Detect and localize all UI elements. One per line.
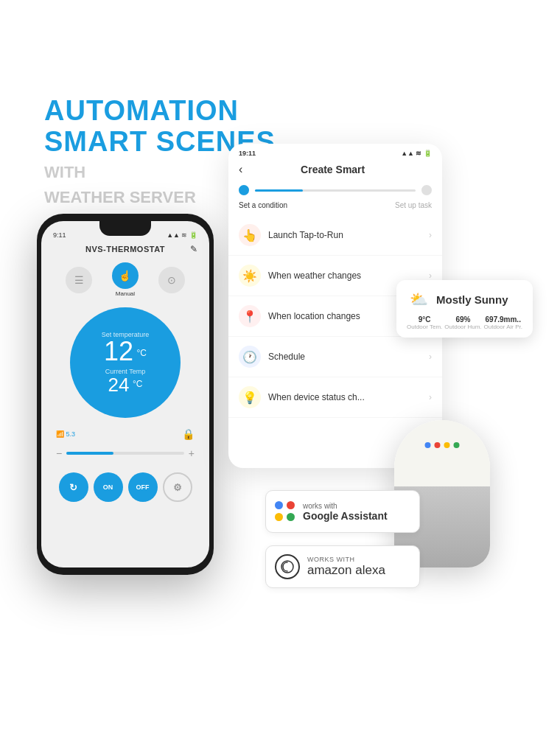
menu-text-1: When weather changes	[268, 270, 429, 281]
phone-title-bar: NVS-THERMOSTAT ✎	[41, 242, 209, 256]
edit-icon[interactable]: ✎	[190, 244, 197, 254]
dot-yellow	[275, 513, 283, 521]
mode-manual-icon[interactable]: ☝	[112, 262, 139, 289]
weather-stat-0: 9°C Outdoor Tem.	[407, 315, 442, 330]
settings-button[interactable]: ⚙	[163, 472, 192, 502]
lock-icon: 🔒	[182, 428, 195, 440]
dot-blue	[275, 501, 283, 509]
app-progress-bar	[228, 181, 442, 200]
mode-list-icon: ☰	[66, 267, 92, 293]
progress-line	[255, 189, 416, 192]
weather-card: ⛅ Mostly Sunny 9°C Outdoor Tem. 69% Outd…	[396, 280, 533, 338]
weather-stats: 9°C Outdoor Tem. 69% Outdoor Hum. 697.9m…	[407, 315, 522, 330]
headline-line1: AUTOMATION	[44, 96, 276, 127]
mode-list: ☰	[66, 267, 92, 293]
phone-frame: 9:11 ▲▲ ≋ 🔋 NVS-THERMOSTAT ✎ ☰ ☝ Manual …	[37, 214, 214, 575]
app-title: Create Smart	[248, 164, 432, 175]
phone-title: NVS-THERMOSTAT	[85, 245, 165, 254]
slider-minus[interactable]: −	[56, 447, 62, 459]
phone-slider-row: − +	[41, 443, 209, 464]
app-time: 19:11	[239, 150, 256, 157]
weather-stat-value-0: 9°C	[407, 315, 442, 324]
weather-stat-label-2: Outdoor Air Pr.	[484, 324, 522, 330]
google-badge-text: works with Google Assistant	[303, 502, 388, 522]
dot-red	[287, 501, 295, 509]
set-temp-label: Set temperature	[102, 331, 150, 338]
phone-wrapper: 9:11 ▲▲ ≋ 🔋 NVS-THERMOSTAT ✎ ☰ ☝ Manual …	[37, 214, 214, 575]
current-temp-value: 24	[108, 374, 130, 396]
current-temp-unit: °C	[133, 379, 142, 389]
set-temp-value-row: 12 °C	[104, 338, 147, 365]
google-dots	[275, 501, 295, 522]
mode-extra: ⊙	[158, 267, 185, 293]
set-temp-unit: °C	[137, 348, 147, 358]
phone-time: 9:11	[53, 231, 66, 239]
gh-dot-blue	[425, 442, 431, 448]
on-button[interactable]: ON	[94, 472, 123, 502]
slider-plus[interactable]: +	[189, 447, 195, 459]
weather-stat-label-0: Outdoor Tem.	[407, 324, 442, 330]
menu-item-3[interactable]: 🕐 Schedule ›	[228, 337, 442, 377]
gh-dot-green	[454, 442, 460, 448]
gh-dot-yellow	[444, 442, 450, 448]
phone-signal: ▲▲ ≋ 🔋	[167, 231, 197, 239]
app-status-bar: 19:11 ▲▲ ≋ 🔋	[228, 144, 442, 160]
step1-label: Set a condition	[239, 201, 287, 209]
weather-icon: ⛅	[407, 287, 430, 311]
mode-extra-icon: ⊙	[158, 267, 185, 293]
phone-bottom-row: 📶 5.3 🔒	[41, 425, 209, 443]
weather-stat-label-1: Outdoor Hum.	[444, 324, 481, 330]
menu-text-3: Schedule	[268, 352, 429, 362]
google-assistant-badge: works with Google Assistant	[265, 490, 420, 533]
menu-arrow-3: ›	[429, 352, 432, 362]
mode-manual-label: Manual	[112, 290, 139, 297]
menu-text-0: Launch Tap-to-Run	[268, 230, 429, 240]
phone-action-bar: ↻ ON OFF ⚙	[41, 467, 209, 508]
menu-icon-3: 🕐	[239, 346, 261, 368]
weather-stat-1: 69% Outdoor Hum.	[444, 315, 481, 330]
app-nav-bar: ‹ Create Smart	[228, 160, 442, 181]
phone-screen: 9:11 ▲▲ ≋ 🔋 NVS-THERMOSTAT ✎ ☰ ☝ Manual …	[41, 221, 209, 567]
menu-icon-0: 👆	[239, 224, 261, 246]
weather-stat-2: 697.9mm.. Outdoor Air Pr.	[484, 315, 522, 330]
phone-notch	[99, 221, 151, 236]
weather-stat-value-1: 69%	[444, 315, 481, 324]
set-temp-value: 12	[104, 336, 133, 366]
refresh-button[interactable]: ↻	[59, 472, 88, 502]
alexa-badge: WORKS WITH amazon alexa	[265, 545, 420, 588]
progress-dot-inactive	[421, 185, 432, 195]
wifi-label: 📶 5.3	[56, 430, 75, 438]
progress-line-fill	[255, 189, 303, 192]
phone-mode-row: ☰ ☝ Manual ⊙	[41, 256, 209, 300]
menu-arrow-0: ›	[429, 230, 432, 240]
gh-dot-red	[435, 442, 441, 448]
current-temp-value-row: 24 °C	[108, 375, 143, 394]
slider-track[interactable]	[66, 452, 184, 455]
weather-stat-value-2: 697.9mm..	[484, 315, 522, 324]
progress-dot-active	[239, 185, 249, 195]
back-button[interactable]: ‹	[239, 163, 242, 176]
google-home-device	[376, 391, 508, 567]
current-temp-label: Current Temp	[105, 368, 145, 375]
menu-item-0[interactable]: 👆 Launch Tap-to-Run ›	[228, 215, 442, 256]
dot-green	[287, 513, 295, 521]
google-assistant-name: Google Assistant	[303, 510, 388, 522]
menu-arrow-1: ›	[429, 270, 432, 281]
slider-fill	[66, 452, 113, 455]
alexa-icon	[275, 554, 300, 579]
app-status-icons: ▲▲ ≋ 🔋	[401, 150, 432, 157]
alexa-name: amazon alexa	[307, 563, 385, 578]
weather-card-header: ⛅ Mostly Sunny	[407, 287, 522, 311]
app-steps: Set a condition Set up task	[228, 200, 442, 215]
menu-icon-4: 💡	[239, 386, 261, 408]
mode-manual[interactable]: ☝ Manual	[112, 262, 139, 297]
menu-icon-1: ☀️	[239, 265, 261, 287]
off-button[interactable]: OFF	[128, 472, 158, 502]
alexa-works-with: WORKS WITH	[307, 556, 385, 563]
google-works-with: works with	[303, 502, 388, 510]
alexa-badge-text: WORKS WITH amazon alexa	[307, 556, 385, 578]
weather-title: Mostly Sunny	[436, 293, 508, 306]
google-home-dots	[425, 442, 460, 448]
menu-icon-2: 📍	[239, 305, 261, 327]
step2-label: Set up task	[395, 201, 432, 209]
